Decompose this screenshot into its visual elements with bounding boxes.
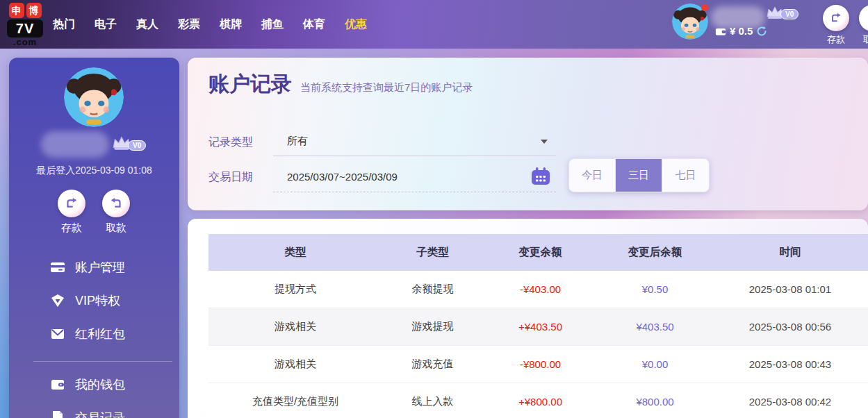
- sidebar-item-account-management[interactable]: 账户管理: [50, 259, 125, 276]
- sidebar-avatar: [64, 67, 124, 127]
- withdraw-label[interactable]: 取款: [859, 33, 868, 46]
- cell-change-amount: +¥403.50: [483, 321, 598, 333]
- deposit-icon: [829, 11, 843, 25]
- cell-time: 2025-03-08 00:43: [712, 358, 868, 370]
- range-three-days-button[interactable]: 三日: [616, 159, 662, 192]
- cell-time: 2025-03-08 00:56: [712, 321, 868, 333]
- panel-header: 账户记录 当前系统支持查询最近7日的账户记录: [208, 70, 473, 99]
- record-type-label: 记录类型: [208, 135, 253, 150]
- sidebar-divider: [33, 361, 172, 362]
- nav-item-promos[interactable]: 优惠: [345, 17, 367, 32]
- record-type-value: 所有: [287, 127, 308, 155]
- sidebar-item-label: 交易记录: [75, 410, 125, 418]
- sidebar-item-transaction-records[interactable]: 交易记录: [50, 410, 125, 418]
- gem-icon: [50, 293, 65, 308]
- refresh-icon[interactable]: [756, 26, 767, 37]
- column-header-balance: 变更后余额: [598, 245, 712, 260]
- balance-amount: ¥ 0.5: [730, 25, 753, 37]
- cell-balance-after: ¥800.00: [598, 396, 712, 408]
- sidebar-item-vip-privileges[interactable]: VIP特权: [50, 292, 120, 309]
- nav-item-slots[interactable]: 电子: [95, 17, 117, 32]
- deposit-label[interactable]: 存款: [823, 33, 849, 46]
- nav-item-live[interactable]: 真人: [136, 17, 158, 32]
- notification-dot: [701, 4, 708, 11]
- withdraw-button[interactable]: [859, 5, 868, 31]
- sidebar-deposit-button[interactable]: [58, 190, 85, 217]
- sidebar-item-label: 账户管理: [75, 259, 125, 276]
- vip-level: V0: [765, 6, 799, 19]
- logo-suffix: .com: [6, 37, 44, 47]
- withdraw-icon: [108, 196, 124, 211]
- sidebar-withdraw-button[interactable]: [102, 190, 130, 217]
- sidebar-item-label: 我的钱包: [75, 376, 125, 393]
- vip-badge: V0: [128, 140, 146, 151]
- wallet-icon: [50, 377, 65, 392]
- nav-item-sports[interactable]: 体育: [303, 17, 325, 32]
- cell-type: 游戏相关: [208, 320, 382, 333]
- records-table: 类型 子类型 变更余额 变更后余额 时间 提现方式 余额提现 -¥403.00 …: [208, 234, 868, 418]
- vip-badge: V0: [780, 9, 799, 19]
- cell-balance-after: ¥0.00: [598, 358, 712, 370]
- card-icon: [50, 260, 65, 275]
- deposit-button[interactable]: [823, 5, 849, 31]
- chevron-down-icon: [541, 140, 548, 144]
- table-row: 充值类型/充值型别 线上入款 +¥800.00 ¥800.00 2025-03-…: [208, 383, 868, 418]
- records-table-panel: 类型 子类型 变更余额 变更后余额 时间 提现方式 余额提现 -¥403.00 …: [188, 219, 868, 418]
- last-login: 最后登入2025-03-09 01:08: [9, 165, 179, 177]
- table-row: 提现方式 余额提现 -¥403.00 ¥0.50 2025-03-08 01:0…: [208, 271, 868, 308]
- avatar-image: [64, 67, 124, 127]
- sidebar-item-bonus-redpacket[interactable]: 红利红包: [50, 326, 125, 342]
- cell-subtype: 线上入款: [382, 395, 483, 408]
- range-today-button[interactable]: 今日: [569, 159, 616, 192]
- sidebar-item-label: VIP特权: [75, 292, 120, 309]
- vip-level: V0: [111, 135, 146, 151]
- cell-subtype: 游戏充值: [382, 358, 483, 371]
- account-records-panel: 账户记录 当前系统支持查询最近7日的账户记录 记录类型 所有 交易日期 2025…: [188, 58, 868, 210]
- page: 申 博 7V .com 热门 电子 真人 彩票 棋牌 捕鱼 体育 优惠: [0, 0, 868, 418]
- column-header-change: 变更余额: [483, 245, 598, 260]
- cell-time: 2025-03-08 00:42: [712, 396, 868, 408]
- withdraw-icon: [865, 11, 868, 25]
- range-seven-days-button[interactable]: 七日: [662, 159, 709, 192]
- cell-type: 游戏相关: [208, 358, 382, 371]
- nav-item-cards[interactable]: 棋牌: [220, 17, 242, 32]
- date-range-input[interactable]: 2025/03/07~2025/03/09: [273, 163, 556, 192]
- logo-name: 7V: [7, 19, 43, 37]
- date-range-presets: 今日 三日 七日: [568, 158, 710, 192]
- transaction-date-label: 交易日期: [208, 170, 253, 185]
- date-range-value: 2025/03/07~2025/03/09: [287, 163, 398, 191]
- logo-badge-right: 博: [26, 3, 42, 18]
- envelope-icon: [50, 326, 65, 342]
- deposit-icon: [64, 196, 79, 211]
- sidebar-item-my-wallet[interactable]: 我的钱包: [50, 376, 125, 393]
- table-row: 游戏相关 游戏提现 +¥403.50 ¥403.50 2025-03-08 00…: [208, 308, 868, 346]
- sidebar-deposit-label[interactable]: 存款: [58, 221, 85, 235]
- navbar-user-area: ¥ 0.5 V0 存款: [660, 0, 868, 49]
- logo-badge-left: 申: [9, 3, 24, 18]
- cell-time: 2025-03-08 01:01: [712, 283, 868, 295]
- nav-item-lottery[interactable]: 彩票: [178, 17, 200, 32]
- cell-change-amount: -¥403.00: [483, 283, 598, 295]
- wallet-balance[interactable]: ¥ 0.5: [715, 25, 767, 37]
- sidebar-item-label: 红利红包: [75, 326, 125, 342]
- cell-subtype: 余额提现: [382, 283, 483, 296]
- wallet-icon: [715, 26, 726, 36]
- calendar-icon[interactable]: [531, 167, 550, 186]
- site-logo[interactable]: 申 博 7V .com: [6, 3, 44, 47]
- cell-change-amount: -¥800.00: [483, 358, 598, 370]
- username-blurred: [41, 131, 109, 158]
- top-navbar: 申 博 7V .com 热门 电子 真人 彩票 棋牌 捕鱼 体育 优惠: [0, 0, 868, 49]
- page-subtitle: 当前系统支持查询最近7日的账户记录: [300, 81, 473, 94]
- nav-item-fishing[interactable]: 捕鱼: [261, 17, 284, 32]
- cell-subtype: 游戏提现: [382, 320, 483, 333]
- nav-item-hot[interactable]: 热门: [53, 17, 75, 32]
- sidebar-withdraw-label[interactable]: 取款: [102, 221, 130, 235]
- column-header-time: 时间: [712, 245, 868, 260]
- cell-balance-after: ¥0.50: [598, 283, 712, 295]
- document-icon: [50, 410, 65, 418]
- cell-type: 提现方式: [208, 283, 382, 296]
- table-row: 游戏相关 游戏充值 -¥800.00 ¥0.00 2025-03-08 00:4…: [208, 346, 868, 383]
- cell-type: 充值类型/充值型别: [208, 395, 382, 408]
- record-type-select[interactable]: 所有: [273, 127, 556, 156]
- column-header-subtype: 子类型: [382, 245, 483, 260]
